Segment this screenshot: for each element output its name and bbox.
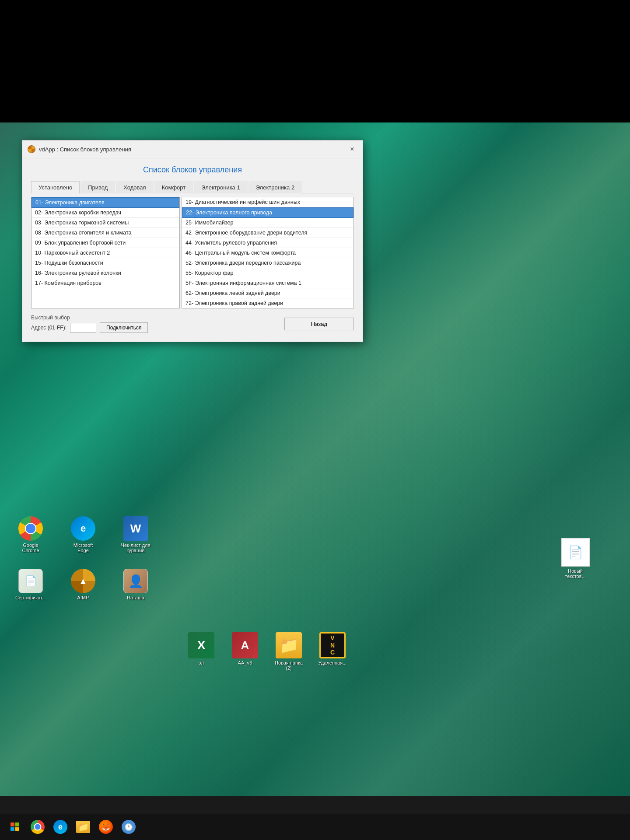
taskbar-firefox[interactable]: 🦊 xyxy=(96,817,116,836)
dialog-heading: Список блоков управления xyxy=(31,165,354,175)
cert-label: Сертификат... xyxy=(15,595,46,600)
list-column-right: 19- Диагностический интерфейс шин данных… xyxy=(182,197,354,308)
quick-select-row: Адрес (01-FF): Подключиться xyxy=(31,322,148,333)
list-item[interactable]: 44- Усилитель рулевого управления xyxy=(182,238,354,248)
app-icon xyxy=(28,145,35,153)
back-button[interactable]: Назад xyxy=(284,318,354,330)
desktop-icon-aimp[interactable]: ▲ AIMP xyxy=(66,569,101,600)
taskbar-folder[interactable]: 📁 xyxy=(74,817,93,836)
list-item[interactable]: 17- Комбинация приборов xyxy=(32,278,179,288)
list-container: 01- Электроника двигателя 02- Электроник… xyxy=(31,197,354,308)
desktop-icon-word[interactable]: W Чек-лист длякураций xyxy=(118,516,153,553)
svg-rect-0 xyxy=(10,822,14,826)
tab-chassis[interactable]: Ходовая xyxy=(116,181,153,193)
desktop-icon-vnc[interactable]: VNC Удаленная... xyxy=(315,632,350,671)
list-item[interactable]: 42- Электронное оборудование двери водит… xyxy=(182,228,354,238)
taskbar-clock-icon: 🕐 xyxy=(122,820,136,834)
desktop-icon-chrome[interactable]: GoogleChrome xyxy=(13,516,48,553)
chrome-icon xyxy=(18,516,43,541)
list-item[interactable]: 55- Корректор фар xyxy=(182,268,354,278)
start-button[interactable] xyxy=(5,817,24,836)
svg-rect-3 xyxy=(15,827,19,831)
desktop-icons-row1: GoogleChrome e MicrosoftEdge W Чек-лист … xyxy=(13,516,153,553)
address-label: Адрес (01-FF): xyxy=(31,325,66,331)
vnc-label: Удаленная... xyxy=(318,660,347,665)
list-item[interactable]: 01- Электроника двигателя xyxy=(32,197,179,208)
top-black-area xyxy=(0,0,630,122)
vnc-icon: VNC xyxy=(319,632,346,658)
list-item[interactable]: 08- Электроника отопителя и климата xyxy=(32,228,179,238)
desktop-icon-edge[interactable]: e MicrosoftEdge xyxy=(66,516,101,553)
quick-select-label: Быстрый выбор xyxy=(31,315,148,321)
tabs-bar: Установлено Привод Ходовая Комфорт Элект… xyxy=(31,181,354,193)
desktop-icon-natasha[interactable]: 👤 Наташа xyxy=(118,569,153,600)
list-item[interactable]: 16- Электроника рулевой колонки xyxy=(32,268,179,278)
folder-label: Новая папка(2) xyxy=(275,660,303,671)
desktop-icon-excel[interactable]: X эл xyxy=(184,632,219,671)
text-file-icon: 📄 xyxy=(561,538,590,567)
desktop-icon-folder[interactable]: 📁 Новая папка(2) xyxy=(271,632,306,671)
taskbar-firefox-icon: 🦊 xyxy=(99,820,113,834)
svg-rect-1 xyxy=(15,822,19,826)
dialog-window: vdApp : Список блоков управления × Списо… xyxy=(22,140,363,342)
taskbar-clock-app[interactable]: 🕐 xyxy=(119,817,138,836)
list-item[interactable]: 10- Парковочный ассистент 2 xyxy=(32,248,179,258)
list-item[interactable]: 03- Электроника тормозной системы xyxy=(32,218,179,228)
access-icon: A xyxy=(232,632,258,658)
list-item[interactable]: 22- Электроника полного привода xyxy=(182,207,354,218)
tab-electronics2[interactable]: Электроника 2 xyxy=(248,181,302,193)
taskbar-folder-icon: 📁 xyxy=(76,821,90,833)
desktop-icon-cert[interactable]: 📄 Сертификат... xyxy=(13,569,48,600)
mid-icons: X эл A AA_v3 📁 Новая папка(2) VNC Удален… xyxy=(184,632,350,671)
list-item[interactable]: 02- Электроника коробки передач xyxy=(32,208,179,218)
list-item[interactable]: 19- Диагностический интерфейс шин данных xyxy=(182,197,354,207)
quick-select-area: Быстрый выбор Адрес (01-FF): Подключитьс… xyxy=(31,315,148,333)
taskbar-edge[interactable]: e xyxy=(51,817,70,836)
dialog-bottom: Быстрый выбор Адрес (01-FF): Подключитьс… xyxy=(31,315,354,333)
list-item[interactable]: 5F- Электронная информационная система 1 xyxy=(182,278,354,288)
dialog-titlebar: vdApp : Список блоков управления × xyxy=(22,140,363,158)
folder-icon: 📁 xyxy=(276,632,302,658)
tab-electronics1[interactable]: Электроника 1 xyxy=(194,181,247,193)
dialog-title-text: vdApp : Список блоков управления xyxy=(39,146,131,153)
tab-comfort[interactable]: Комфорт xyxy=(154,181,193,193)
list-item[interactable]: 62- Электроника левой задней двери xyxy=(182,288,354,298)
list-item[interactable]: 15- Подушки безопасности xyxy=(32,258,179,268)
desktop-icons-row2: 📄 Сертификат... ▲ AIMP 👤 Наташа xyxy=(13,569,153,600)
taskbar-chrome[interactable] xyxy=(28,817,47,836)
dialog-title-left: vdApp : Список блоков управления xyxy=(28,145,131,153)
windows-logo-icon xyxy=(10,822,20,832)
list-item[interactable]: 72- Электроника правой задней двери xyxy=(182,298,354,308)
aimp-icon: ▲ xyxy=(71,569,95,593)
dialog-body: Список блоков управления Установлено При… xyxy=(22,158,363,342)
list-column-left: 01- Электроника двигателя 02- Электроник… xyxy=(31,197,180,308)
edge-label: MicrosoftEdge xyxy=(74,542,93,553)
aimp-label: AIMP xyxy=(77,595,89,600)
connect-button[interactable]: Подключиться xyxy=(100,322,148,333)
svg-rect-2 xyxy=(10,827,14,831)
natasha-label: Наташа xyxy=(127,595,144,600)
chrome-label: GoogleChrome xyxy=(22,542,39,553)
list-item[interactable]: 09- Блок управления бортовой сети xyxy=(32,238,179,248)
list-item[interactable]: 52- Электроника двери переднего пассажир… xyxy=(182,258,354,268)
taskbar: e 📁 🦊 🕐 xyxy=(0,814,630,840)
cert-icon: 📄 xyxy=(18,569,43,593)
right-desktop-icon[interactable]: 📄 Новыйтекстов... xyxy=(556,538,595,579)
address-input[interactable] xyxy=(70,323,96,332)
word-icon: W xyxy=(123,516,148,541)
tab-installed[interactable]: Установлено xyxy=(31,181,80,193)
natasha-icon: 👤 xyxy=(123,569,148,593)
word-label: Чек-лист длякураций xyxy=(121,542,150,553)
excel-label: эл xyxy=(199,660,204,665)
taskbar-chrome-icon xyxy=(31,820,45,834)
list-item[interactable]: 25- Иммобилайзер xyxy=(182,218,354,228)
tab-drive[interactable]: Привод xyxy=(80,181,115,193)
desktop-icon-access[interactable]: A AA_v3 xyxy=(228,632,262,671)
list-item[interactable]: 46- Центральный модуль систем комфорта xyxy=(182,248,354,258)
close-button[interactable]: × xyxy=(347,144,357,154)
text-file-label: Новыйтекстов... xyxy=(565,568,586,579)
access-label: AA_v3 xyxy=(238,660,252,665)
taskbar-edge-icon: e xyxy=(53,820,67,834)
excel-icon: X xyxy=(188,632,214,658)
edge-icon: e xyxy=(71,516,95,541)
